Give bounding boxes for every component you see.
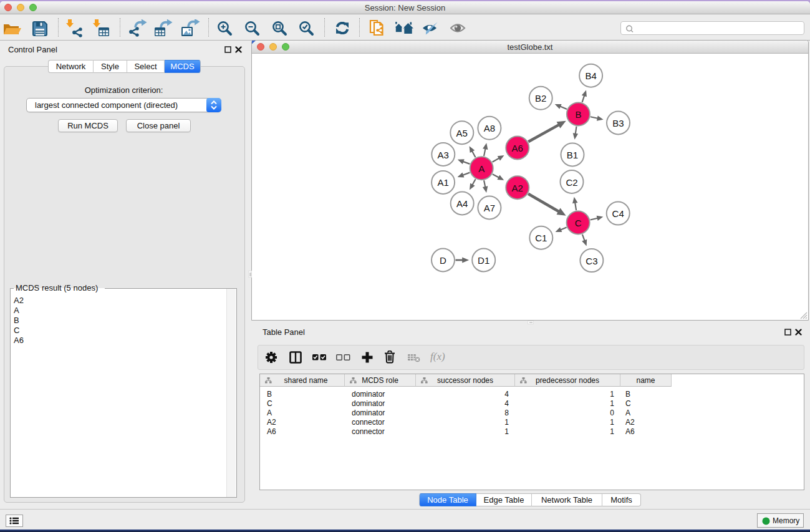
- svg-text:D1: D1: [478, 255, 489, 266]
- svg-text:A5: A5: [456, 128, 468, 138]
- svg-text:B1: B1: [567, 150, 578, 160]
- svg-text:A8: A8: [484, 123, 495, 133]
- svg-text:C1: C1: [535, 233, 547, 243]
- svg-text:A7: A7: [484, 203, 495, 213]
- svg-text:B3: B3: [612, 118, 624, 128]
- svg-text:C3: C3: [586, 256, 597, 266]
- svg-text:A3: A3: [438, 150, 449, 160]
- svg-text:C: C: [575, 218, 582, 228]
- svg-text:A2: A2: [512, 183, 523, 193]
- svg-text:A6: A6: [512, 143, 523, 153]
- svg-text:A4: A4: [456, 198, 468, 209]
- svg-text:B: B: [575, 109, 581, 120]
- svg-text:B2: B2: [535, 93, 546, 104]
- svg-text:B4: B4: [585, 70, 596, 81]
- svg-text:A1: A1: [437, 177, 448, 188]
- svg-text:D: D: [440, 255, 446, 266]
- svg-text:A: A: [478, 163, 485, 174]
- svg-text:C2: C2: [566, 177, 577, 188]
- svg-text:C4: C4: [612, 208, 624, 219]
